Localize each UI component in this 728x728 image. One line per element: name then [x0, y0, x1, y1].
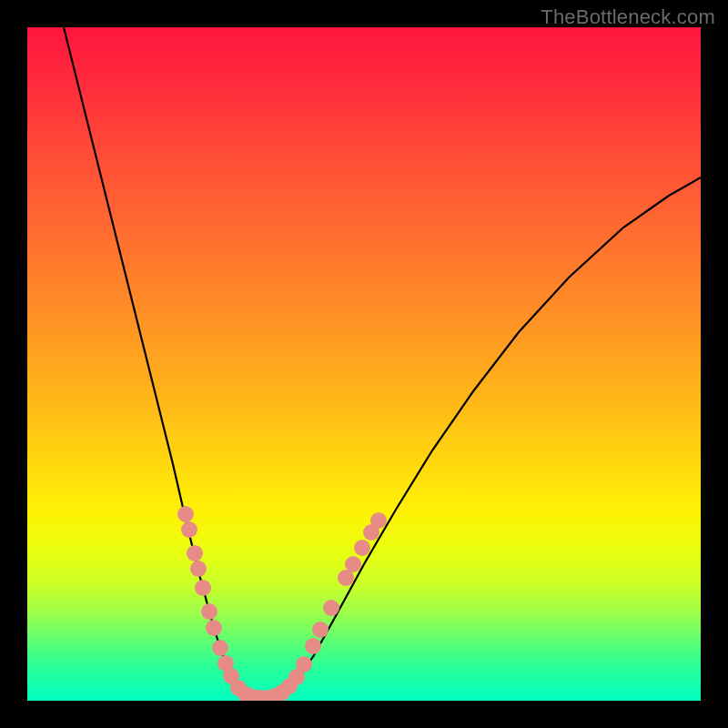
watermark-text: TheBottleneck.com	[541, 5, 715, 29]
data-marker	[187, 545, 203, 561]
data-marker	[201, 603, 217, 620]
chart-svg	[27, 27, 701, 701]
data-marker	[323, 600, 339, 616]
data-marker	[370, 512, 387, 529]
data-marker	[206, 620, 222, 636]
bottleneck-curve	[64, 27, 701, 699]
data-marker	[305, 638, 321, 654]
data-marker	[212, 640, 228, 656]
chart-frame: TheBottleneck.com	[0, 0, 728, 728]
data-marker	[296, 656, 312, 672]
data-marker	[195, 580, 211, 596]
data-marker	[181, 521, 197, 538]
data-marker	[177, 506, 194, 522]
data-marker	[354, 540, 370, 556]
data-marker	[312, 622, 329, 638]
marker-cluster	[177, 506, 387, 701]
data-marker	[190, 561, 207, 577]
data-marker	[345, 556, 361, 572]
plot-area	[27, 27, 701, 701]
